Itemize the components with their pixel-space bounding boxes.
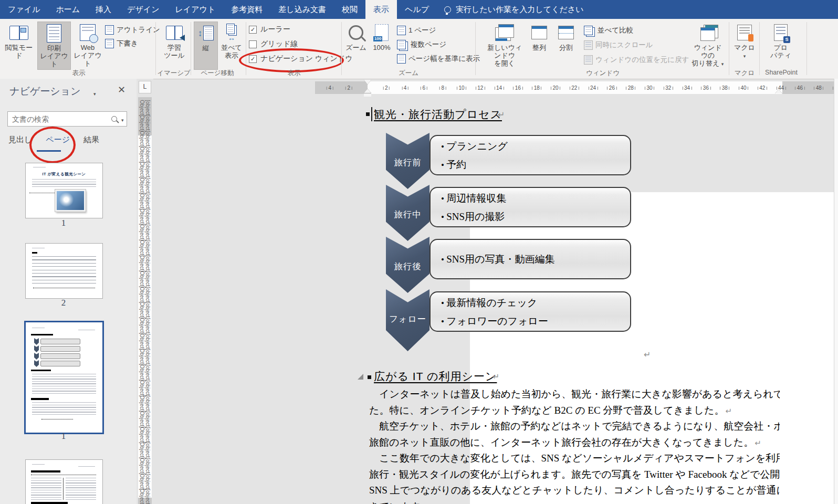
navigation-tab[interactable]: 結果 bbox=[83, 135, 99, 145]
multiple-pages-button[interactable]: 複数ページ bbox=[397, 39, 446, 50]
properties-button[interactable]: S プロ パティ bbox=[767, 22, 795, 69]
horizontal-ruler-number: 34 bbox=[683, 85, 692, 91]
group-label-macros: マクロ bbox=[735, 69, 755, 78]
synchronous-scrolling-icon bbox=[584, 40, 593, 50]
horizontal-ruler-number: 2 bbox=[345, 85, 352, 91]
navigation-tab[interactable]: ページ bbox=[46, 135, 70, 145]
new-window-button[interactable]: 新しいウィンドウ を開く bbox=[486, 22, 523, 69]
thumb-chevron bbox=[34, 353, 39, 360]
thumb-chevron bbox=[34, 360, 39, 367]
reset-window-position-icon bbox=[584, 55, 593, 65]
vertical-ruler-number: [object Object] bbox=[138, 458, 152, 474]
page-thumbnail-1[interactable]: IT が変える観光シーン bbox=[25, 163, 103, 218]
zoom-button[interactable]: ズーム bbox=[344, 22, 368, 69]
print-layout-label-2: レイアウト bbox=[38, 52, 70, 68]
body-text-line: SNS 上でつながりのある友人などとチャットしたり、コメントし合ったりすることが… bbox=[369, 484, 780, 500]
page-thumbnail-3-selected[interactable] bbox=[24, 321, 104, 434]
horizontal-ruler-number: 4 bbox=[402, 85, 408, 91]
first-line-indent-marker[interactable] bbox=[364, 80, 371, 85]
ribbon-tab[interactable]: 差し込み文書 bbox=[270, 0, 334, 19]
body-text-line: インターネットは普及し始めた当初から、観光・旅行業に大きな影響があると考えられて… bbox=[369, 387, 780, 404]
chevron-label: 旅行中 bbox=[386, 209, 430, 220]
ruler-checkbox-row[interactable]: ✓ ルーラー bbox=[249, 25, 290, 34]
page-thumbnail-4[interactable] bbox=[25, 459, 103, 504]
split-button[interactable]: 分割 bbox=[554, 22, 578, 69]
vertical-ruler-number: [object Object] bbox=[138, 443, 152, 458]
body-text-line: ここ数年での大きな変化としては、SNS などソーシャルメディアやスマートフォンを… bbox=[369, 452, 780, 468]
horizontal-ruler-number: 46 bbox=[795, 85, 804, 91]
navigation-pane-checkbox[interactable]: ✓ bbox=[249, 55, 257, 63]
heading-collapse-icon[interactable] bbox=[358, 374, 363, 380]
ribbon-tab[interactable]: 校閲 bbox=[334, 0, 365, 19]
vertical-ruler-column: L [object Object] [object Object] [objec… bbox=[137, 79, 153, 504]
ribbon-tab[interactable]: 参考資料 bbox=[223, 0, 270, 19]
horizontal-ruler: 4 2 2 4 6 8 10 bbox=[153, 79, 838, 97]
vertical-ruler-number: [object Object] bbox=[138, 163, 152, 178]
vertical-ruler-number: [object Object] bbox=[138, 303, 152, 319]
arrange-all-button[interactable]: 整列 bbox=[527, 22, 552, 69]
navigation-tab[interactable]: 見出し bbox=[8, 135, 32, 145]
paragraph-mark: ↵ bbox=[724, 406, 732, 416]
vertical-ruler-number: [object Object] bbox=[138, 489, 152, 504]
ribbon-tab[interactable]: ホーム bbox=[48, 0, 88, 19]
outline-label: アウトライン bbox=[117, 25, 160, 35]
gridlines-checkbox-row[interactable]: グリッド線 bbox=[249, 39, 298, 49]
view-side-by-side-button[interactable]: 並べて比較 bbox=[584, 25, 633, 36]
document-search-box[interactable] bbox=[7, 111, 127, 127]
macros-button[interactable]: マクロ bbox=[732, 22, 757, 69]
tell-me-label: 実行したい作業を入力してください bbox=[456, 5, 584, 15]
zoom-100-button[interactable]: 100% bbox=[370, 22, 394, 69]
navigation-pane-checkbox-label: ナビゲーション ウィンドウ bbox=[260, 54, 353, 64]
page-width-button[interactable]: ページ幅を基準に表示 bbox=[397, 53, 480, 65]
side-to-side-button[interactable]: ↔ 並べて 表示 bbox=[219, 22, 244, 69]
read-mode-button[interactable]: 閲覧モード bbox=[2, 22, 36, 69]
navigation-pane-checkbox-row[interactable]: ✓ ナビゲーション ウィンドウ bbox=[249, 54, 353, 64]
diagram-row: 旅行前 プランニング 予約 bbox=[386, 135, 631, 173]
process-diagram[interactable]: 旅行前 プランニング 予約 旅行中 周辺情報収集 SNS用の撮影 旅行後 bbox=[386, 135, 631, 351]
ruler-checkbox[interactable]: ✓ bbox=[249, 26, 257, 34]
diagram-bullet: 最新情報のチェック bbox=[441, 296, 537, 310]
navigation-pane-menu-caret-icon[interactable] bbox=[93, 88, 96, 98]
text-cursor bbox=[371, 107, 372, 121]
paragraph-mark: ↵ bbox=[498, 110, 505, 120]
diagram-box: 周辺情報収集 SNS用の撮影 bbox=[430, 187, 631, 227]
search-input[interactable] bbox=[8, 115, 111, 123]
tab-stop-selector[interactable]: L bbox=[139, 81, 151, 93]
thumb-text-lines bbox=[32, 464, 45, 466]
web-layout-button[interactable]: Web レイアウト bbox=[72, 22, 103, 69]
vertical-ruler-number: [object Object] bbox=[138, 178, 152, 194]
ribbon-tab[interactable]: 挿入 bbox=[88, 0, 119, 19]
close-icon[interactable]: ✕ bbox=[118, 84, 125, 96]
one-page-button[interactable]: 1 ページ bbox=[397, 25, 436, 36]
search-icon[interactable] bbox=[111, 116, 117, 122]
thumb-text-lines bbox=[78, 466, 95, 468]
search-options-caret-icon[interactable] bbox=[121, 114, 124, 124]
vertical-ruler-number: [object Object] bbox=[138, 365, 152, 381]
page-icon bbox=[203, 26, 214, 40]
tell-me-search[interactable]: 実行したい作業を入力してください bbox=[444, 0, 584, 19]
web-page-icon bbox=[80, 24, 96, 41]
page-thumbnail-2[interactable] bbox=[25, 243, 103, 299]
thumb-text-lines bbox=[32, 328, 45, 329]
ribbon-tab[interactable]: レイアウト bbox=[167, 0, 224, 19]
ribbon-tab[interactable]: ファイル bbox=[0, 0, 48, 19]
draft-view-button[interactable]: 下書き bbox=[105, 38, 138, 49]
ribbon-tab[interactable]: ヘルプ bbox=[397, 0, 437, 19]
vertical-scrollbar[interactable] bbox=[834, 79, 838, 504]
body-text: インターネットは普及し始めた当初から、観光・旅行業に大きな影響があると考えられて… bbox=[369, 387, 780, 504]
ribbon-tab[interactable]: デザイン bbox=[119, 0, 167, 19]
left-indent-marker[interactable] bbox=[364, 93, 371, 97]
thumb-dotted-line bbox=[29, 193, 55, 193]
outline-view-button[interactable]: アウトライン bbox=[105, 24, 160, 36]
learning-tools-button[interactable]: 学習 ツール bbox=[160, 22, 188, 69]
hanging-indent-marker[interactable] bbox=[364, 89, 371, 93]
switch-windows-button[interactable]: ウィンドウの 切り替え bbox=[691, 22, 725, 69]
print-layout-button[interactable]: 印刷 レイアウト bbox=[37, 22, 71, 70]
right-indent-marker[interactable] bbox=[775, 89, 782, 93]
vertical-page-movement-button[interactable]: ↕ 縦 bbox=[194, 22, 218, 70]
gridlines-checkbox[interactable] bbox=[249, 40, 257, 48]
one-page-label: 1 ページ bbox=[408, 26, 436, 35]
horizontal-ruler-number: 48 bbox=[814, 85, 823, 91]
ribbon-tab[interactable]: 表示 bbox=[365, 0, 397, 19]
horizontal-ruler-number: 38 bbox=[720, 85, 729, 91]
